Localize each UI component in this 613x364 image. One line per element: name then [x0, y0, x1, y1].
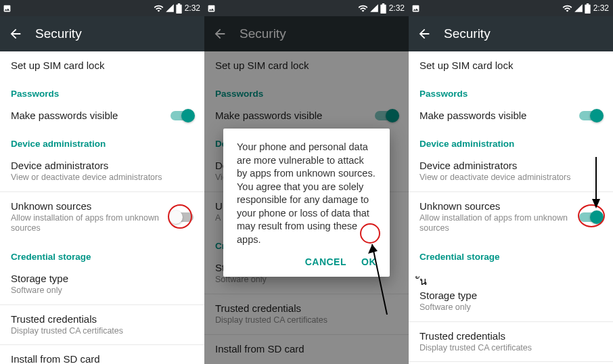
row-sim-lock[interactable]: Set up SIM card lock	[0, 51, 204, 79]
storage-type-title: Storage type	[11, 273, 194, 284]
dialog-body: Your phone and personal data are more vu…	[237, 141, 376, 247]
device-admins-sub: View or deactivate device administrators	[11, 173, 194, 183]
status-time: 2:32	[389, 3, 405, 13]
toggle-passwords-visible[interactable]	[171, 111, 194, 120]
row-unknown-sources[interactable]: Unknown sources Allow installation of ap…	[409, 192, 613, 242]
toggle-passwords-visible[interactable]	[579, 111, 602, 120]
screen-1: 2:32 Security Set up SIM card lock Passw…	[0, 0, 204, 364]
back-arrow-icon[interactable]	[8, 26, 23, 41]
screen-2: 2:32 Security Set up SIM card lock Passw…	[204, 0, 409, 364]
status-time: 2:32	[185, 3, 200, 13]
device-admins-title: Device administrators	[11, 160, 194, 171]
app-bar: Security	[409, 16, 613, 51]
unknown-sources-title: Unknown sources	[11, 200, 171, 212]
install-sd-title: Install from SD card	[11, 353, 194, 364]
page-title: Security	[444, 26, 491, 41]
section-device-admin: Device administration	[409, 129, 613, 152]
picture-icon	[411, 4, 420, 13]
status-time: 2:32	[593, 3, 609, 13]
row-device-admins[interactable]: Device administrators View or deactivate…	[0, 152, 204, 191]
toggle-unknown-sources-off[interactable]	[171, 212, 194, 222]
picture-icon	[3, 4, 12, 13]
passwords-visible-title: Make passwords visible	[11, 110, 171, 121]
row-trusted-credentials[interactable]: Trusted credentials Display trusted CA c…	[409, 322, 613, 362]
section-device-admin: Device administration	[0, 129, 204, 152]
section-credential-storage: Credential storage	[0, 242, 204, 265]
battery-icon	[380, 3, 386, 14]
wifi-icon	[358, 3, 368, 14]
row-storage-type[interactable]: ันStorage type Software only	[409, 265, 613, 321]
ok-button[interactable]: OK	[361, 256, 376, 267]
app-bar: Security	[0, 16, 204, 51]
row-sim-lock[interactable]: Set up SIM card lock	[409, 51, 613, 79]
picture-icon	[207, 4, 216, 13]
row-passwords-visible[interactable]: Make passwords visible	[409, 101, 613, 129]
unknown-sources-sub: Allow installation of apps from unknown …	[11, 213, 171, 234]
section-passwords: Passwords	[0, 79, 204, 101]
row-device-admins[interactable]: Device administrators View or deactivate…	[409, 152, 613, 191]
sim-lock-title: Set up SIM card lock	[11, 60, 194, 71]
screen-3: 2:32 Security Set up SIM card lock Passw…	[409, 0, 613, 364]
status-bar: 2:32	[204, 0, 409, 16]
trusted-title: Trusted credentials	[11, 313, 194, 325]
row-unknown-sources[interactable]: Unknown sources Allow installation of ap…	[0, 192, 204, 242]
signal-icon	[165, 3, 175, 13]
row-storage-type[interactable]: Storage type Software only	[0, 265, 204, 304]
trusted-sub: Display trusted CA certificates	[11, 326, 194, 337]
row-install-sd[interactable]: Install from SD card	[0, 345, 204, 364]
wifi-icon	[154, 3, 164, 14]
row-trusted-credentials[interactable]: Trusted credentials Display trusted CA c…	[0, 305, 204, 345]
row-passwords-visible[interactable]: Make passwords visible	[0, 101, 204, 129]
back-arrow-icon[interactable]	[417, 26, 432, 41]
section-credential-storage: Credential storage	[409, 242, 613, 265]
toggle-unknown-sources-on[interactable]	[579, 212, 602, 222]
settings-list: Set up SIM card lock Passwords Make pass…	[0, 51, 204, 364]
status-bar: 2:32	[0, 0, 204, 16]
status-bar: 2:32	[409, 0, 613, 16]
cancel-button[interactable]: CANCEL	[305, 256, 346, 267]
battery-icon	[585, 3, 591, 14]
battery-icon	[176, 3, 182, 14]
storage-type-sub: Software only	[11, 286, 194, 296]
wifi-icon	[562, 3, 572, 14]
section-passwords: Passwords	[409, 79, 613, 101]
confirm-dialog: Your phone and personal data are more vu…	[223, 129, 390, 277]
signal-icon	[369, 3, 379, 13]
page-title: Security	[35, 26, 82, 41]
signal-icon	[574, 3, 583, 13]
settings-list: Set up SIM card lock Passwords Make pass…	[409, 51, 613, 364]
